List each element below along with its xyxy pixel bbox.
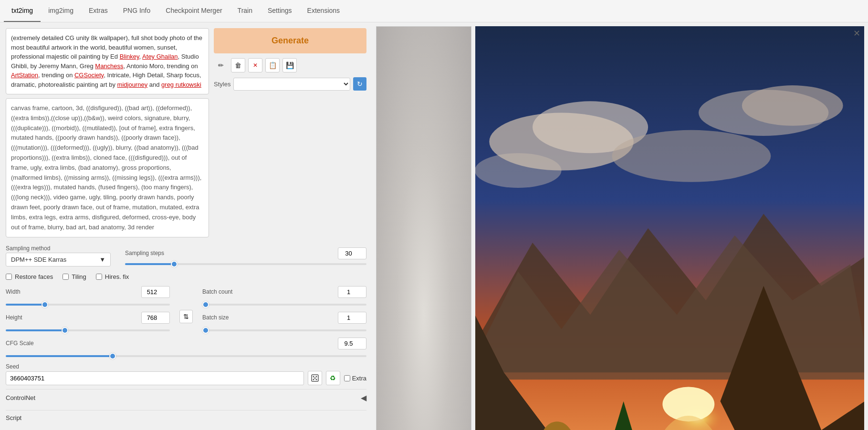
batch-size-input[interactable] (338, 312, 366, 324)
link-manchess[interactable]: Manchess (95, 62, 123, 70)
width-label: Width (6, 288, 21, 295)
controlnet-header[interactable]: ControlNet ◀ (6, 389, 366, 406)
link-artstation[interactable]: ArtStation (11, 72, 38, 79)
styles-label: Styles (214, 81, 230, 88)
params-row: Width Height (6, 286, 366, 338)
tab-txt2img[interactable]: txt2img (4, 0, 41, 22)
swap-dimensions-button[interactable]: ⇅ (179, 310, 193, 323)
close-red-icon[interactable]: ✕ (248, 58, 262, 72)
batch-count-label: Batch count (202, 288, 232, 295)
batch-size-label: Batch size (202, 314, 229, 321)
generated-thumbnail (376, 26, 471, 430)
tiling-input[interactable] (63, 274, 69, 280)
svg-point-12 (742, 85, 843, 126)
cfg-scale-label: CFG Scale (6, 340, 34, 347)
svg-point-13 (612, 130, 771, 182)
link-ghailan[interactable]: Atey Ghailan (142, 53, 178, 60)
tab-bar: txt2img img2img Extras PNG Info Checkpoi… (0, 0, 868, 22)
svg-point-5 (314, 378, 315, 379)
restore-faces-label: Restore faces (15, 273, 53, 280)
restore-faces-checkbox[interactable]: Restore faces (6, 273, 53, 280)
svg-point-2 (315, 379, 317, 380)
tiling-label: Tiling (72, 273, 86, 280)
tab-train[interactable]: Train (230, 0, 260, 22)
hires-fix-input[interactable] (96, 274, 102, 280)
styles-row: Styles ↻ (214, 77, 366, 91)
controlnet-title: ControlNet (6, 394, 35, 401)
tiling-checkbox[interactable]: Tiling (63, 273, 86, 280)
batch-count-input[interactable] (338, 286, 366, 298)
cfg-scale-input[interactable] (338, 338, 366, 349)
right-panel: ✕ (372, 22, 868, 430)
tab-pnginfo[interactable]: PNG Info (115, 0, 158, 22)
sampling-method-arrow: ▼ (99, 256, 105, 263)
pencil-icon[interactable]: ✏ (214, 58, 228, 72)
link-midjourney[interactable]: midjourney (117, 81, 148, 88)
script-title: Script (6, 414, 21, 421)
tab-checkpoint[interactable]: Checkpoint Merger (158, 0, 230, 22)
batch-size-slider[interactable] (202, 329, 366, 331)
sampling-method-label: Sampling method (6, 245, 111, 252)
controlnet-arrow: ◀ (361, 393, 366, 402)
height-input[interactable] (141, 312, 170, 324)
controls-section: Sampling method DPM++ SDE Karras ▼ Sampl… (6, 241, 366, 429)
link-rutkowski[interactable]: greg rutkowski (161, 81, 201, 88)
link-blinkey[interactable]: Blinkey (120, 53, 139, 60)
sampling-method-value: DPM++ SDE Karras (11, 256, 66, 263)
seed-input[interactable] (6, 371, 304, 385)
generated-image: CSDN @Pancras Wen (475, 26, 864, 430)
svg-point-4 (315, 376, 317, 378)
negative-prompt-text: canvas frame, cartoon, 3d, ((disfigured)… (11, 103, 204, 232)
extra-checkbox-input[interactable] (344, 375, 350, 381)
seed-label: Seed (6, 363, 366, 370)
positive-prompt-box: (extremely detailed CG unity 8k wallpape… (6, 28, 209, 94)
generate-button[interactable]: Generate (214, 28, 366, 53)
extra-label: Extra (352, 375, 366, 382)
batch-count-slider[interactable] (202, 304, 366, 306)
width-slider[interactable] (6, 304, 170, 306)
hires-fix-checkbox[interactable]: Hires. fix (96, 273, 129, 280)
sampling-steps-input[interactable] (338, 247, 366, 259)
checkbox-row: Restore faces Tiling Hires. fix (6, 273, 366, 280)
height-slider[interactable] (6, 329, 170, 331)
script-header[interactable]: Script (6, 410, 366, 425)
svg-point-1 (313, 376, 314, 378)
sampling-method-select[interactable]: DPM++ SDE Karras ▼ (6, 253, 111, 266)
save-icon[interactable]: 💾 (282, 58, 297, 72)
recycle-seed-button[interactable]: ♻ (326, 371, 340, 385)
svg-point-3 (313, 379, 314, 380)
random-seed-button[interactable] (308, 371, 322, 385)
styles-refresh-button[interactable]: ↻ (353, 77, 366, 91)
close-output-button[interactable]: ✕ (849, 26, 864, 41)
output-area: ✕ (376, 26, 864, 430)
params-left: Width Height (6, 286, 170, 338)
height-label: Height (6, 314, 22, 321)
clipboard-icon[interactable]: 📋 (265, 58, 280, 72)
tab-extras[interactable]: Extras (81, 0, 115, 22)
seed-row: ♻ Extra (6, 371, 366, 385)
hires-fix-label: Hires. fix (105, 273, 129, 280)
params-right: Batch count Batch size (202, 286, 366, 338)
negative-prompt-box: canvas frame, cartoon, 3d, ((disfigured)… (6, 98, 209, 237)
sampling-steps-slider[interactable] (125, 263, 366, 265)
tab-extensions[interactable]: Extensions (300, 0, 347, 22)
tab-img2img[interactable]: img2img (41, 0, 81, 22)
extra-checkbox[interactable]: Extra (344, 375, 366, 382)
positive-prompt-text: (extremely detailed CG unity 8k wallpape… (11, 33, 204, 89)
left-panel: (extremely detailed CG unity 8k wallpape… (0, 22, 372, 430)
link-cgsociety[interactable]: CGSociety (74, 72, 104, 79)
tab-settings[interactable]: Settings (260, 0, 300, 22)
width-input[interactable] (141, 286, 170, 298)
sampling-steps-label: Sampling steps (125, 250, 164, 256)
cfg-scale-slider[interactable] (6, 355, 366, 357)
styles-select[interactable] (233, 78, 350, 91)
image-display: CSDN @Pancras Wen (376, 26, 864, 430)
restore-faces-input[interactable] (6, 274, 12, 280)
toolbar-icons: ✏ 🗑 ✕ 📋 💾 (214, 56, 366, 74)
svg-point-14 (475, 153, 562, 188)
trash-icon[interactable]: 🗑 (231, 58, 245, 72)
